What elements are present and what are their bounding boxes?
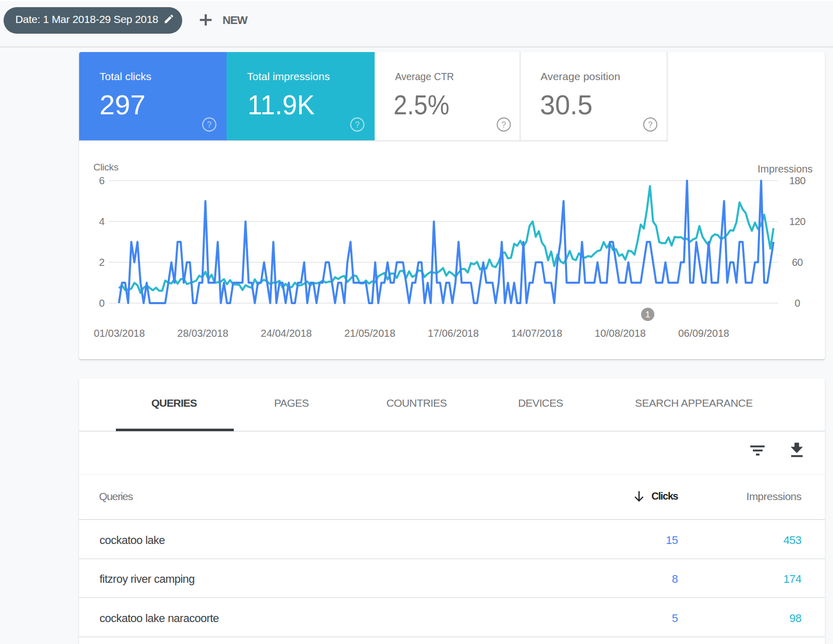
svg-text:?: ? (502, 120, 506, 129)
svg-text:4: 4 (99, 216, 105, 227)
svg-text:21/05/2018: 21/05/2018 (344, 328, 395, 339)
svg-text:2: 2 (99, 257, 105, 268)
svg-text:01/03/2018: 01/03/2018 (94, 328, 145, 339)
svg-text:24/04/2018: 24/04/2018 (261, 328, 312, 339)
svg-text:0: 0 (795, 298, 800, 309)
svg-text:Clicks: Clicks (93, 162, 118, 172)
svg-text:10/08/2018: 10/08/2018 (595, 328, 646, 339)
svg-text:6: 6 (99, 175, 105, 186)
svg-text:06/09/2018: 06/09/2018 (678, 328, 729, 339)
svg-text:17/06/2018: 17/06/2018 (428, 328, 479, 339)
svg-text:1: 1 (645, 310, 650, 319)
svg-text:?: ? (648, 120, 653, 129)
svg-text:0: 0 (99, 298, 105, 309)
svg-text:120: 120 (789, 216, 805, 227)
svg-text:28/03/2018: 28/03/2018 (177, 328, 228, 339)
svg-text:Impressions: Impressions (757, 163, 813, 175)
svg-text:14/07/2018: 14/07/2018 (511, 328, 562, 339)
svg-text:?: ? (207, 120, 212, 129)
svg-text:?: ? (355, 120, 360, 129)
svg-text:180: 180 (789, 175, 805, 186)
svg-text:60: 60 (792, 257, 803, 268)
